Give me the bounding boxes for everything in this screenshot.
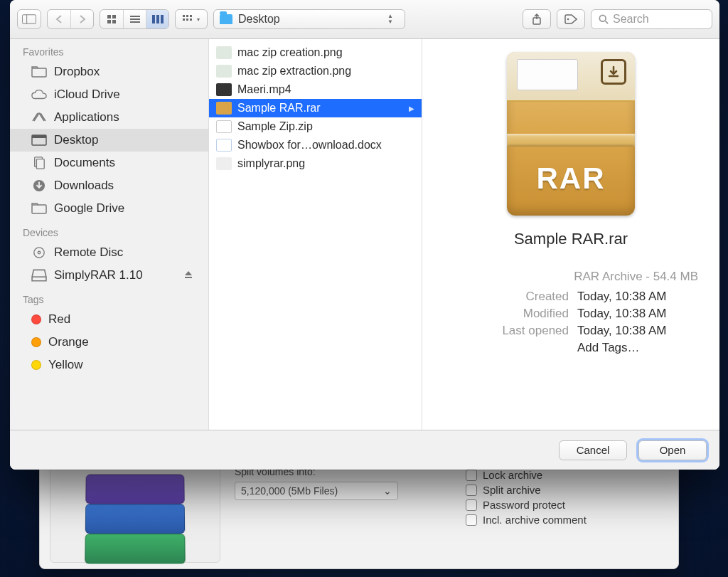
download-arrow-icon <box>601 59 626 85</box>
sidebar-tag-red[interactable]: Red <box>10 308 208 331</box>
view-list-button[interactable] <box>123 10 146 28</box>
location-label: Desktop <box>238 13 280 26</box>
sidebar-item-label: Google Drive <box>54 201 124 216</box>
image-thumb-icon <box>216 157 232 170</box>
file-row[interactable]: mac zip extraction.png <box>209 62 422 80</box>
file-row[interactable]: mac zip creation.png <box>209 43 422 62</box>
meta-key-modified: Modified <box>476 307 569 321</box>
sidebar-item-applications[interactable]: Applications <box>10 106 208 129</box>
sidebar-toggle-icon <box>18 10 41 28</box>
sidebar-section-favorites: Favorites <box>10 39 208 60</box>
preview-filename: Sample RAR.rar <box>514 230 628 248</box>
sidebar: Favorites Dropbox iCloud Drive Applicati… <box>10 39 209 430</box>
sidebar-item-label: Desktop <box>54 133 98 147</box>
winrar-books-icon <box>50 463 220 563</box>
svg-rect-22 <box>32 68 46 77</box>
svg-rect-0 <box>22 15 36 24</box>
search-icon <box>599 14 609 24</box>
nav-back-button[interactable] <box>48 10 70 28</box>
image-thumb-icon <box>216 46 232 59</box>
svg-rect-16 <box>186 18 188 21</box>
nav-buttons <box>47 9 94 29</box>
sidebar-item-google-drive[interactable]: Google Drive <box>10 197 208 220</box>
lock-archive-checkbox[interactable]: Lock archive <box>466 469 668 481</box>
svg-rect-24 <box>32 135 46 138</box>
search-placeholder: Search <box>613 13 649 26</box>
file-row[interactable]: Sample Zip.zip <box>209 117 422 136</box>
sidebar-item-icloud[interactable]: iCloud Drive <box>10 83 208 106</box>
archive-comment-checkbox[interactable]: Incl. archive comment <box>466 514 668 526</box>
split-archive-checkbox[interactable]: Split archive <box>466 484 668 496</box>
file-row[interactable]: Maeri.mp4 <box>209 80 422 99</box>
background-app-panel: Split volumes into: 5,120,000 (5Mb Files… <box>39 455 679 569</box>
documents-icon <box>31 157 47 169</box>
svg-line-21 <box>606 21 609 24</box>
sidebar-item-label: Yellow <box>48 358 83 372</box>
nav-forward-button[interactable] <box>70 10 93 28</box>
view-columns-button[interactable] <box>146 10 168 28</box>
file-row[interactable]: Sample RAR.rar▶ <box>209 99 422 117</box>
svg-point-20 <box>599 15 606 21</box>
eject-icon[interactable] <box>184 268 193 282</box>
open-file-dialog: ▾ Desktop ▲▼ Search <box>10 0 719 470</box>
sidebar-toggle-button[interactable] <box>17 9 41 29</box>
share-icon <box>532 14 542 25</box>
svg-rect-17 <box>190 18 192 21</box>
sidebar-tag-orange[interactable]: Orange <box>10 331 208 354</box>
meta-val-created: Today, 10:38 AM <box>577 290 698 304</box>
add-tags-link[interactable]: Add Tags… <box>577 341 698 355</box>
image-thumb-icon <box>216 65 232 78</box>
password-protect-checkbox[interactable]: Password protect <box>466 499 668 511</box>
preview-type-line: RAR Archive - 54.4 MB <box>444 270 698 284</box>
cancel-button[interactable]: Cancel <box>559 440 627 460</box>
sidebar-section-tags: Tags <box>10 287 208 308</box>
archive-badge-text: RAR <box>507 162 635 196</box>
dialog-toolbar: ▾ Desktop ▲▼ Search <box>10 0 719 39</box>
doc-thumb-icon <box>216 139 232 152</box>
file-row[interactable]: Showbox for…ownload.docx <box>209 136 422 154</box>
open-button[interactable]: Open <box>638 440 707 460</box>
svg-rect-12 <box>183 15 185 17</box>
sidebar-tag-yellow[interactable]: Yellow <box>10 354 208 376</box>
tags-button[interactable] <box>557 9 585 29</box>
svg-point-19 <box>567 18 569 21</box>
search-field[interactable]: Search <box>591 9 712 29</box>
desktop-background: Split volumes into: 5,120,000 (5Mb Files… <box>0 0 728 577</box>
sidebar-item-label: iCloud Drive <box>54 88 120 102</box>
cloud-icon <box>31 88 47 101</box>
tag-dot-icon <box>31 360 41 370</box>
sidebar-item-dropbox[interactable]: Dropbox <box>10 60 208 83</box>
sidebar-item-documents[interactable]: Documents <box>10 152 208 174</box>
disc-icon <box>31 246 47 259</box>
sidebar-item-remote-disc[interactable]: Remote Disc <box>10 241 208 264</box>
downloads-icon <box>31 179 47 192</box>
arrange-button[interactable]: ▾ <box>175 9 208 29</box>
sidebar-item-simplyrar[interactable]: SimplyRAR 1.10 <box>10 264 208 287</box>
archive-thumb-icon <box>216 120 232 133</box>
sidebar-item-label: Documents <box>54 156 115 170</box>
sidebar-item-downloads[interactable]: Downloads <box>10 174 208 197</box>
svg-rect-3 <box>112 15 116 18</box>
view-icon-button[interactable] <box>100 10 123 28</box>
arrange-icon: ▾ <box>176 10 207 28</box>
video-thumb-icon <box>216 83 232 96</box>
tag-dot-icon <box>31 314 41 324</box>
meta-val-last-opened: Today, 10:38 AM <box>577 324 698 338</box>
split-volumes-select[interactable]: 5,120,000 (5Mb Files) ⌄ <box>235 482 398 500</box>
svg-rect-28 <box>32 205 46 213</box>
sidebar-item-label: Red <box>48 312 70 327</box>
file-row[interactable]: simplyrar.png <box>209 154 422 173</box>
file-list-column: mac zip creation.png mac zip extraction.… <box>209 39 422 430</box>
stepper-icon: ▲▼ <box>387 12 399 26</box>
sidebar-item-label: Downloads <box>54 179 114 193</box>
share-button[interactable] <box>523 9 551 29</box>
archive-file-icon: RAR <box>507 52 635 216</box>
svg-rect-9 <box>152 15 155 23</box>
sidebar-item-label: Applications <box>54 110 119 125</box>
location-popup[interactable]: Desktop ▲▼ <box>213 9 405 29</box>
chevron-down-icon: ⌄ <box>383 485 392 497</box>
tag-icon <box>564 14 577 24</box>
sidebar-item-desktop[interactable]: Desktop <box>10 129 208 152</box>
sidebar-item-label: SimplyRAR 1.10 <box>54 268 143 282</box>
svg-rect-5 <box>112 20 116 23</box>
